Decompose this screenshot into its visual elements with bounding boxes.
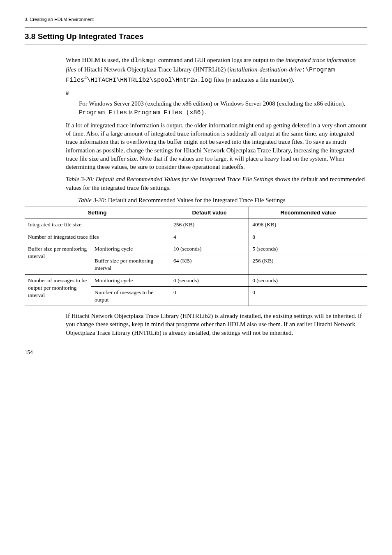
italic-text: n <box>194 76 197 83</box>
table-row: Number of messages to be output per moni… <box>25 274 367 286</box>
table-row: Buffer size per monitoring interval Moni… <box>25 243 367 255</box>
closing-paragraph: If Hitachi Network Objectplaza Trace Lib… <box>66 312 367 337</box>
closing-block: If Hitachi Network Objectplaza Trace Lib… <box>66 312 367 337</box>
table-caption: Table 3-20: Default and Recommended Valu… <box>78 196 367 204</box>
caption-ref: Table 3-20: <box>78 197 106 203</box>
cell-setting-group: Buffer size per monitoring interval <box>25 243 91 274</box>
cell-recommended: 256 (KB) <box>249 255 367 274</box>
cell-default: 256 (KB) <box>170 219 249 231</box>
footnote-text: For Windows Server 2003 (excluding the x… <box>79 99 367 117</box>
settings-table: Setting Default value Recommended value … <box>25 207 367 306</box>
page-number: 154 <box>25 349 367 356</box>
intro-paragraph-1: When HDLM is used, the dlnkmgr command a… <box>66 56 367 85</box>
col-recommended: Recommended value <box>249 207 367 219</box>
table-reference: Table 3-20: Default and Recommended Valu… <box>66 176 273 182</box>
cell-setting-group: Number of messages to be output per moni… <box>25 274 91 306</box>
cell-sub: Buffer size per monitoring interval <box>91 255 170 274</box>
table-row: Number of integrated trace files 4 8 <box>25 231 367 243</box>
cell-default: 4 <box>170 231 249 243</box>
text: command and GUI operation logs are outpu… <box>157 57 285 63</box>
cell-default: 10 (seconds) <box>170 243 249 255</box>
text: When HDLM is used, the <box>66 57 131 63</box>
inline-code: :\Program <box>302 67 335 74</box>
body-paragraph-2: Table 3-20: Default and Recommended Valu… <box>66 175 367 192</box>
cell-recommended: 0 <box>249 286 367 306</box>
cell-sub: Number of messages to be output <box>91 286 170 306</box>
cell-default: 0 (seconds) <box>170 274 249 286</box>
cell-setting: Integrated trace file size <box>25 219 170 231</box>
cell-recommended: 8 <box>249 231 367 243</box>
cell-recommended: 4096 (KB) <box>249 219 367 231</box>
cell-default: 0 <box>170 286 249 306</box>
inline-code: dlnkmgr <box>131 57 157 64</box>
cell-sub: Monitoring cycle <box>91 274 170 286</box>
body-paragraph-1: If a lot of integrated trace information… <box>66 121 367 171</box>
cell-recommended: 0 (seconds) <box>249 274 367 286</box>
hash-marker: # <box>66 89 367 97</box>
text: files ( <box>212 76 228 83</box>
inline-code: .log <box>197 77 212 84</box>
cell-default: 64 (KB) <box>170 255 249 274</box>
inline-code: Program Files <box>79 109 127 116</box>
text: indicates a file number)). <box>231 76 295 83</box>
inline-code: Program Files (x86) <box>134 109 205 116</box>
italic-text: n <box>228 76 231 83</box>
text: For Windows Server 2003 (excluding the x… <box>79 100 345 107</box>
page-header: 3. Creating an HDLM Environment <box>25 16 367 23</box>
rule-bottom <box>25 44 367 44</box>
text: is <box>127 109 134 115</box>
cell-sub: Monitoring cycle <box>91 243 170 255</box>
text: of Hitachi Network Objectplaza Trace Lib… <box>76 66 229 73</box>
col-setting: Setting <box>25 207 170 219</box>
table-row: Integrated trace file size 256 (KB) 4096… <box>25 219 367 231</box>
text: . <box>205 109 206 115</box>
col-default: Default value <box>170 207 249 219</box>
rule-top <box>25 28 367 28</box>
cell-recommended: 5 (seconds) <box>249 243 367 255</box>
inline-code: Files <box>66 77 84 84</box>
caption-text: Default and Recommended Values for the I… <box>106 197 285 203</box>
italic-text: installation-destination-drive <box>229 66 302 73</box>
cell-setting: Number of integrated trace files <box>25 231 170 243</box>
body-content: When HDLM is used, the dlnkmgr command a… <box>66 56 367 204</box>
table-header-row: Setting Default value Recommended value <box>25 207 367 219</box>
inline-code: \HITACHI\HNTRLib2\spool\Hntr2 <box>87 77 194 84</box>
section-title: 3.8 Setting Up Integrated Traces <box>25 31 367 42</box>
